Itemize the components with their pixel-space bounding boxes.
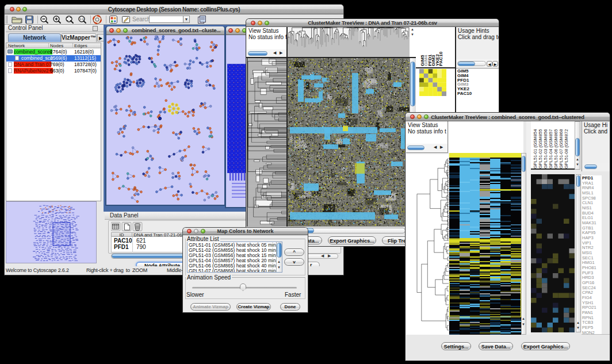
svg-text:1:1: 1:1 (80, 17, 84, 21)
